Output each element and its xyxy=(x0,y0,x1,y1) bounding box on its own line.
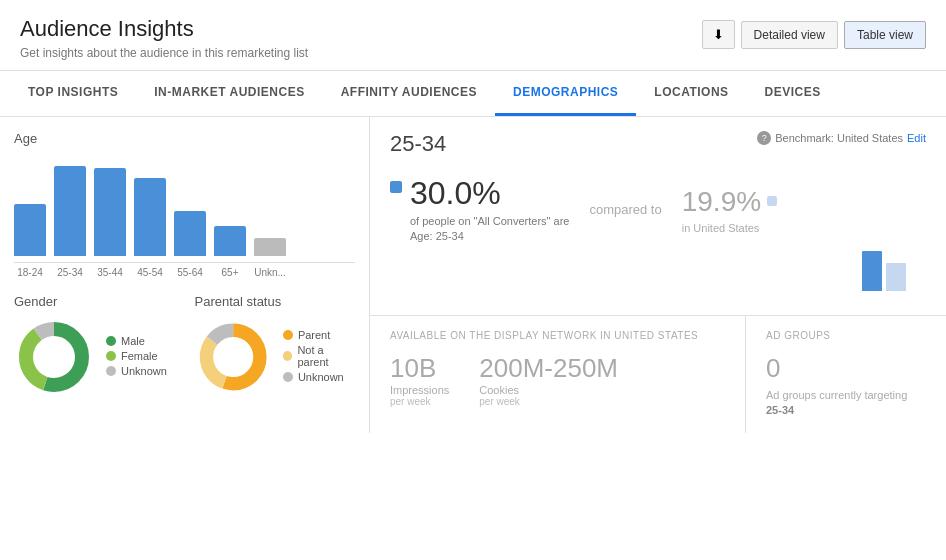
header-left: Audience Insights Get insights about the… xyxy=(20,16,308,60)
cookies-value: 200M-250M xyxy=(479,353,618,384)
main-description: of people on "All Converters" are Age: 2… xyxy=(410,214,569,245)
selected-age-label: 25-34 xyxy=(390,131,446,157)
age-bar-25-34[interactable] xyxy=(54,166,86,256)
benchmark-row: ? Benchmark: United States Edit xyxy=(757,131,926,145)
ad-groups-label: AD GROUPS xyxy=(766,330,926,341)
bar-label-18-24: 18-24 xyxy=(14,267,46,278)
age-bar-35-44[interactable] xyxy=(94,168,126,256)
parental-title: Parental status xyxy=(195,294,356,309)
detailed-view-button[interactable]: Detailed view xyxy=(741,21,838,49)
left-panel: Age 18-2425-3435-4445-5455-6465+Unkn... … xyxy=(0,117,370,433)
bar-label-45-54: 45-54 xyxy=(134,267,166,278)
parental-donut-container: Parent Not a parent Unknown xyxy=(195,317,356,397)
gender-legend-female: Female xyxy=(106,350,167,362)
cookies-label: Cookies xyxy=(479,384,618,396)
stat-main-dot xyxy=(390,181,402,193)
age-bar-65+[interactable] xyxy=(214,226,246,256)
table-view-button[interactable]: Table view xyxy=(844,21,926,49)
parental-donut xyxy=(195,317,271,397)
gender-legend: Male Female Unknown xyxy=(106,335,167,380)
bar-label-55-64: 55-64 xyxy=(174,267,206,278)
svg-point-7 xyxy=(214,338,252,376)
metrics-row: 10B Impressions per week 200M-250M Cooki… xyxy=(390,353,725,407)
stats-row: 30.0% of people on "All Converters" are … xyxy=(390,175,926,245)
tab-locations[interactable]: LOCATIONS xyxy=(636,71,746,116)
female-dot xyxy=(106,351,116,361)
parental-unknown-label: Unknown xyxy=(298,371,344,383)
impressions-value: 10B xyxy=(390,353,449,384)
cookies-sub: per week xyxy=(479,396,618,407)
parental-legend: Parent Not a parent Unknown xyxy=(283,329,355,386)
gender-unknown-dot xyxy=(106,366,116,376)
age-section-title: Age xyxy=(14,131,355,146)
male-dot xyxy=(106,336,116,346)
tab-top-insights[interactable]: TOP INSIGHTS xyxy=(10,71,136,116)
cookies-metric: 200M-250M Cookies per week xyxy=(479,353,618,407)
stat-secondary-values: 19.9% in United States xyxy=(682,186,761,234)
male-label: Male xyxy=(121,335,145,347)
gender-title: Gender xyxy=(14,294,175,309)
gender-legend-male: Male xyxy=(106,335,167,347)
tab-demographics[interactable]: DEMOGRAPHICS xyxy=(495,71,636,116)
tab-devices[interactable]: DEVICES xyxy=(747,71,839,116)
ad-groups-value: 0 xyxy=(766,353,926,384)
tab-in-market[interactable]: IN-MARKET AUDIENCES xyxy=(136,71,322,116)
bar-label-65+: 65+ xyxy=(214,267,246,278)
page-header: Audience Insights Get insights about the… xyxy=(0,0,946,71)
not-parent-label: Not a parent xyxy=(297,344,355,368)
bar-axis xyxy=(14,262,355,263)
age-bar-Unkn...[interactable] xyxy=(254,238,286,256)
secondary-description: in United States xyxy=(682,222,761,234)
age-bar-chart xyxy=(14,156,355,256)
ad-groups-desc: Ad groups currently targeting 25-34 xyxy=(766,388,926,419)
network-section-label: AVAILABLE ON THE DISPLAY NETWORK IN UNIT… xyxy=(390,330,725,341)
parent-label: Parent xyxy=(298,329,330,341)
parent-dot xyxy=(283,330,293,340)
tab-affinity[interactable]: AFFINITY AUDIENCES xyxy=(323,71,495,116)
parental-unknown-dot xyxy=(283,372,293,382)
bar-labels: 18-2425-3435-4445-5455-6465+Unkn... xyxy=(14,267,355,278)
mini-bar-chart xyxy=(842,251,926,301)
mini-bar-2 xyxy=(886,263,906,291)
age-bar-45-54[interactable] xyxy=(134,178,166,256)
bottom-left: Gender Male xyxy=(14,294,355,397)
stat-secondary-dot xyxy=(767,196,777,206)
impressions-metric: 10B Impressions per week xyxy=(390,353,449,407)
display-network-section: AVAILABLE ON THE DISPLAY NETWORK IN UNIT… xyxy=(370,316,746,433)
not-parent-dot xyxy=(283,351,293,361)
svg-point-3 xyxy=(34,337,74,377)
download-button[interactable]: ⬇ xyxy=(702,20,735,49)
bar-label-Unkn...: Unkn... xyxy=(254,267,286,278)
impressions-label: Impressions xyxy=(390,384,449,396)
stat-main: 30.0% of people on "All Converters" are … xyxy=(390,175,569,245)
gender-legend-unknown: Unknown xyxy=(106,365,167,377)
female-label: Female xyxy=(121,350,158,362)
bar-label-25-34: 25-34 xyxy=(54,267,86,278)
edit-link[interactable]: Edit xyxy=(907,132,926,144)
main-content: Age 18-2425-3435-4445-5455-6465+Unkn... … xyxy=(0,117,946,433)
parental-legend-not-parent: Not a parent xyxy=(283,344,355,368)
impressions-sub: per week xyxy=(390,396,449,407)
parental-legend-parent: Parent xyxy=(283,329,355,341)
parental-legend-unknown: Unknown xyxy=(283,371,355,383)
page-subtitle: Get insights about the audience in this … xyxy=(20,46,308,60)
secondary-percentage: 19.9% xyxy=(682,186,761,218)
benchmark-label: Benchmark: United States xyxy=(775,132,903,144)
gender-unknown-label: Unknown xyxy=(121,365,167,377)
right-top: 25-34 ? Benchmark: United States Edit 30… xyxy=(370,117,946,316)
right-bottom: AVAILABLE ON THE DISPLAY NETWORK IN UNIT… xyxy=(370,316,946,433)
stat-main-values: 30.0% of people on "All Converters" are … xyxy=(410,175,569,245)
age-bar-55-64[interactable] xyxy=(174,211,206,256)
page-title: Audience Insights xyxy=(20,16,308,42)
gender-section: Gender Male xyxy=(14,294,175,397)
main-percentage: 30.0% xyxy=(410,175,569,212)
age-bar-18-24[interactable] xyxy=(14,204,46,256)
gender-donut-container: Male Female Unknown xyxy=(14,317,175,397)
parental-section: Parental status Parent xyxy=(195,294,356,397)
nav-tabs: TOP INSIGHTS IN-MARKET AUDIENCES AFFINIT… xyxy=(0,71,946,117)
header-right: ⬇ Detailed view Table view xyxy=(702,20,926,49)
bar-label-35-44: 35-44 xyxy=(94,267,126,278)
ad-groups-section: AD GROUPS 0 Ad groups currently targetin… xyxy=(746,316,946,433)
gender-donut xyxy=(14,317,94,397)
mini-bar-1 xyxy=(862,251,882,291)
